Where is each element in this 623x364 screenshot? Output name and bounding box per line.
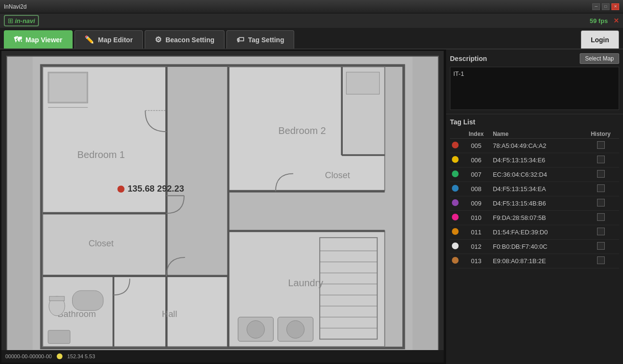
tag-history-cell[interactable] (582, 153, 619, 168)
menubar: ⊞ in-navi 59 fps ✕ (0, 13, 623, 28)
tab-tag-setting[interactable]: 🏷 Tag Setting (226, 30, 294, 49)
maximize-button[interactable]: □ (602, 3, 610, 10)
tag-index: 008 (461, 182, 491, 196)
svg-point-33 (247, 321, 265, 339)
map-status-bar: 00000-00-00000-00 152.34 5.53 (1, 350, 444, 363)
tag-color-cell (450, 168, 461, 182)
tag-name: F0:B0:DB:F7:40:0C (491, 240, 582, 254)
tab-map-editor-label: Map Editor (98, 36, 133, 44)
tag-history-cell[interactable] (582, 254, 619, 268)
tag-color-dot (452, 243, 459, 249)
svg-rect-45 (48, 72, 88, 103)
position-dot (57, 353, 62, 359)
tag-index: 007 (461, 168, 491, 182)
col-name-header: Name (491, 130, 582, 139)
tag-color-dot (452, 257, 459, 264)
history-checkbox[interactable] (597, 170, 605, 178)
tag-history-cell[interactable] (582, 168, 619, 182)
tag-name: E9:08:A0:87:1B:2E (491, 254, 582, 268)
svg-text:Laundry: Laundry (288, 278, 324, 288)
tag-color-cell (450, 196, 461, 211)
tab-tag-setting-label: Tag Setting (248, 36, 284, 44)
description-box: IT-1 (450, 67, 619, 110)
tag-color-cell (450, 225, 461, 240)
svg-point-35 (287, 321, 304, 339)
svg-point-26 (117, 185, 125, 193)
tag-color-cell (450, 153, 461, 168)
tag-color-dot (452, 199, 459, 206)
tab-beacon-setting[interactable]: ⚙ Beacon Setting (145, 30, 224, 49)
tag-color-dot (452, 142, 459, 148)
svg-text:Closet: Closet (325, 170, 350, 180)
history-checkbox[interactable] (597, 184, 605, 192)
close-button[interactable]: ✕ (611, 3, 619, 10)
logo: ⊞ in-navi (4, 15, 39, 26)
tag-name: D4:F5:13:15:4B:B6 (491, 196, 582, 211)
tab-map-viewer[interactable]: 🗺 Map Viewer (4, 30, 73, 49)
app-title-text: InNavi2d (4, 3, 26, 10)
tag-name: D4:F5:13:15:34:EA (491, 182, 582, 196)
minimize-button[interactable]: ─ (592, 3, 600, 10)
fps-close-button[interactable]: ✕ (613, 17, 619, 24)
tag-row: 007 EC:36:04:C6:32:D4 (450, 168, 619, 182)
tag-color-dot (452, 170, 459, 177)
tag-name: D4:F5:13:15:34:E6 (491, 153, 582, 168)
tag-index: 011 (461, 225, 491, 240)
tag-row: 009 D4:F5:13:15:4B:B6 (450, 196, 619, 211)
tag-name: 78:A5:04:49:CA:A2 (491, 139, 582, 153)
history-checkbox[interactable] (597, 213, 605, 221)
main-content: Bedroom 1 Bedroom 2 Closet Closet Bathro… (0, 49, 623, 364)
svg-rect-31 (50, 296, 64, 301)
tag-table: Index Name History 005 78:A5:04:49:CA:A2… (450, 130, 619, 268)
beacon-setting-icon: ⚙ (155, 35, 162, 44)
svg-text:Bedroom 2: Bedroom 2 (278, 125, 326, 136)
floor-plan: Bedroom 1 Bedroom 2 Closet Closet Bathro… (6, 56, 439, 358)
tag-history-cell[interactable] (582, 182, 619, 196)
logo-text: in-navi (15, 17, 35, 24)
map-area[interactable]: Bedroom 1 Bedroom 2 Closet Closet Bathro… (0, 49, 445, 364)
history-checkbox[interactable] (597, 156, 605, 163)
svg-text:Bedroom 1: Bedroom 1 (77, 149, 125, 160)
tag-history-cell[interactable] (582, 225, 619, 240)
tag-index: 012 (461, 240, 491, 254)
history-checkbox[interactable] (597, 228, 605, 235)
login-button[interactable]: Login (581, 30, 619, 49)
tag-row: 010 F9:DA:28:58:07:5B (450, 211, 619, 225)
tag-index: 009 (461, 196, 491, 211)
tag-table-header: Index Name History (450, 130, 619, 139)
tag-history-cell[interactable] (582, 240, 619, 254)
tab-map-editor[interactable]: ✏️ Map Editor (75, 30, 143, 49)
tag-setting-icon: 🏷 (237, 36, 244, 44)
map-editor-icon: ✏️ (85, 35, 94, 44)
tag-history-cell[interactable] (582, 211, 619, 225)
tag-history-cell[interactable] (582, 139, 619, 153)
history-checkbox[interactable] (597, 256, 605, 264)
select-map-button[interactable]: Select Map (580, 53, 619, 64)
col-history-header: History (582, 130, 619, 139)
window-controls[interactable]: ─ □ ✕ (592, 3, 619, 10)
tag-row: 008 D4:F5:13:15:34:EA (450, 182, 619, 196)
tag-name: F9:DA:28:58:07:5B (491, 211, 582, 225)
col-index-header: Index (461, 130, 491, 139)
tab-beacon-setting-label: Beacon Setting (165, 36, 214, 44)
app-title: InNavi2d (4, 3, 26, 10)
right-panel: Description Select Map IT-1 Tag List Ind… (445, 49, 623, 364)
col-color-header (450, 130, 461, 139)
tag-list-section: Tag List Index Name History 005 78:A5:04… (446, 114, 623, 364)
history-checkbox[interactable] (597, 199, 605, 206)
tag-color-cell (450, 254, 461, 268)
history-checkbox[interactable] (597, 242, 605, 250)
svg-text:Hall: Hall (162, 309, 177, 319)
tag-list-title: Tag List (450, 118, 619, 126)
svg-text:Closet: Closet (88, 238, 113, 248)
svg-text:135.68 292.23: 135.68 292.23 (127, 183, 184, 194)
tag-history-cell[interactable] (582, 196, 619, 211)
tag-color-dot (452, 185, 459, 192)
tag-index: 010 (461, 211, 491, 225)
description-title: Description (450, 55, 487, 62)
titlebar: InNavi2d ─ □ ✕ (0, 0, 623, 13)
tag-row: 006 D4:F5:13:15:34:E6 (450, 153, 619, 168)
coordinate-text-2: 152.34 5.53 (67, 353, 95, 359)
floor-plan-svg: Bedroom 1 Bedroom 2 Closet Closet Bathro… (7, 57, 438, 357)
history-checkbox[interactable] (597, 141, 605, 149)
